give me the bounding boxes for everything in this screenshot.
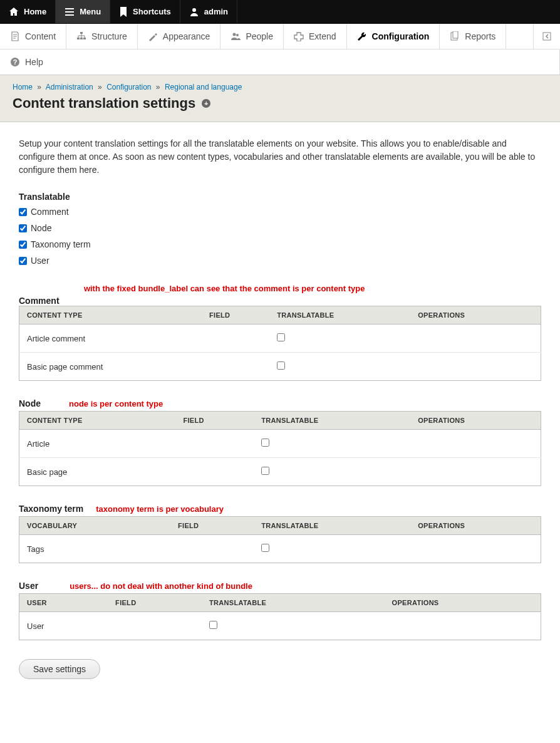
th-operations: OPERATIONS [410,412,541,430]
breadcrumb-administration[interactable]: Administration [46,83,93,91]
tab-people[interactable]: People [220,24,284,49]
appearance-icon [148,31,158,41]
taxonomy-table: VOCABULARY FIELD TRANSLATABLE OPERATIONS… [19,516,541,563]
svg-rect-4 [83,38,86,39]
th-translatable: TRANSLATABLE [202,594,385,612]
th-operations: OPERATIONS [385,594,541,612]
tray-toggle[interactable] [533,24,560,49]
user-icon [189,7,199,17]
translatable-checkbox[interactable] [277,333,285,341]
th-operations: OPERATIONS [410,517,541,535]
comment-block: . with the fixed bundle_label can see th… [19,283,541,381]
table-row: Basic page [19,458,541,486]
save-button[interactable]: Save settings [19,659,100,679]
bookmark-icon [119,7,128,17]
translatable-checkbox[interactable] [261,467,269,475]
breadcrumb-sep: » [34,83,44,91]
breadcrumb-sep: » [153,83,163,91]
th-user: USER [19,594,108,612]
annotation-taxonomy: taxonomy term is per vocabulary [96,504,224,514]
checkbox-taxonomy-row: Taxonomy term [19,239,541,249]
checkbox-user[interactable] [19,257,27,265]
breadcrumb-home[interactable]: Home [13,83,33,91]
comment-heading: Comment [19,296,541,306]
table-row: Article comment [19,325,541,353]
people-icon [231,31,241,41]
checkbox-node-row: Node [19,223,541,233]
taxonomy-heading: Taxonomy term [19,504,83,514]
th-translatable: TRANSLATABLE [269,306,410,325]
toolbar-home[interactable]: Home [0,0,56,23]
breadcrumb-regional[interactable]: Regional and language [165,83,242,91]
svg-rect-8 [453,31,458,38]
checkbox-taxonomy[interactable] [19,241,27,249]
annotation-user: users... do not deal with another kind o… [70,581,252,591]
tab-extend[interactable]: Extend [284,24,347,49]
plus-icon[interactable]: + [202,99,210,108]
toolbar-user[interactable]: admin [180,0,237,23]
tab-help-label: Help [25,57,43,67]
tab-structure[interactable]: Structure [66,24,138,49]
translatable-checkbox[interactable] [209,621,217,629]
tab-appearance-label: Appearance [163,31,210,41]
structure-icon [76,31,86,41]
checkbox-comment-label: Comment [31,207,69,217]
toolbar-shortcuts[interactable]: Shortcuts [110,0,180,23]
checkbox-comment[interactable] [19,208,27,216]
row-label: Tags [19,535,171,563]
reports-icon [450,31,460,41]
actions: Save settings [19,659,541,679]
tab-configuration[interactable]: Configuration [347,24,440,49]
tab-configuration-label: Configuration [372,31,430,41]
th-field: FIELD [202,306,269,325]
table-row: Tags [19,535,541,563]
page-title-text: Content translation settings [13,95,195,112]
tab-appearance[interactable]: Appearance [138,24,221,49]
toolbar-home-label: Home [24,7,46,16]
breadcrumb: Home » Administration » Configuration » … [13,83,547,91]
taxonomy-block: Taxonomy term taxonomy term is per vocab… [19,504,541,563]
translatable-checkbox[interactable] [277,361,285,370]
toolbar-menu-label: Menu [80,7,101,16]
checkbox-user-label: User [31,256,49,266]
toolbar-menu[interactable]: Menu [56,0,110,23]
checkbox-node[interactable] [19,224,27,232]
main-content: Setup your content translation settings … [0,122,560,704]
user-block: User users... do not deal with another k… [19,581,541,640]
toolbar-user-label: admin [204,7,228,16]
tab-help[interactable]: ? Help [0,49,560,75]
home-icon [9,7,19,17]
node-table: CONTENT TYPE FIELD TRANSLATABLE OPERATIO… [19,411,541,486]
breadcrumb-configuration[interactable]: Configuration [106,83,151,91]
admin-tabs: Content Structure Appearance People Exte… [0,24,560,75]
th-content-type: CONTENT TYPE [19,412,176,430]
th-field: FIELD [108,594,202,612]
extend-icon [294,31,304,41]
menu-icon [65,7,75,17]
checkbox-user-row: User [19,256,541,266]
wrench-icon [357,31,367,41]
page-header: Home » Administration » Configuration » … [0,75,560,122]
th-translatable: TRANSLATABLE [254,412,410,430]
tab-reports-label: Reports [465,31,495,41]
checkbox-comment-row: Comment [19,207,541,217]
row-label: Article comment [19,325,202,353]
top-toolbar: Home Menu Shortcuts admin [0,0,560,24]
th-translatable: TRANSLATABLE [254,517,410,535]
translatable-heading: Translatable [19,192,541,202]
translatable-checkbox[interactable] [261,439,269,447]
translatable-checkbox[interactable] [261,544,269,552]
node-block: Node node is per content type CONTENT TY… [19,398,541,486]
tab-content-label: Content [25,31,56,41]
th-field: FIELD [175,412,254,430]
help-icon: ? [10,57,20,67]
tab-reports[interactable]: Reports [440,24,506,49]
table-row: User [19,612,541,640]
collapse-icon [542,32,551,41]
tab-extend-label: Extend [309,31,336,41]
page-title: Content translation settings + [13,95,547,112]
checkbox-node-label: Node [31,223,51,233]
tab-structure-label: Structure [91,31,127,41]
tab-content[interactable]: Content [0,24,66,49]
th-vocabulary: VOCABULARY [19,517,171,535]
